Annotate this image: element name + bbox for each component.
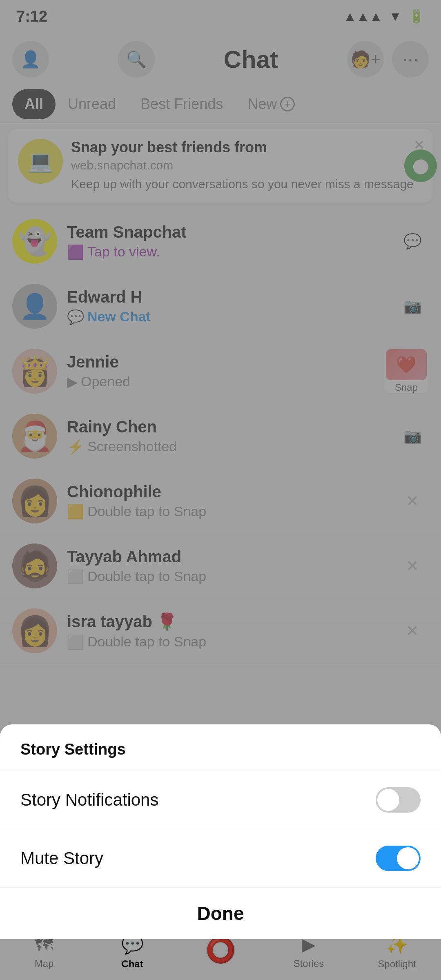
- sheet-header: Story Settings: [0, 724, 441, 771]
- mute-story-knob: [397, 847, 419, 869]
- mute-story-toggle[interactable]: [376, 846, 421, 871]
- story-notifications-label: Story Notifications: [20, 790, 158, 810]
- done-button[interactable]: Done: [0, 888, 441, 939]
- story-notifications-toggle[interactable]: [376, 787, 421, 813]
- story-settings-sheet: Story Settings Story Notifications Mute …: [0, 724, 441, 939]
- done-label: Done: [20, 902, 421, 924]
- story-notifications-row: Story Notifications: [0, 771, 441, 829]
- story-notifications-knob: [377, 789, 399, 811]
- mute-story-row: Mute Story: [0, 829, 441, 888]
- sheet-title: Story Settings: [20, 741, 421, 758]
- mute-story-label: Mute Story: [20, 849, 103, 868]
